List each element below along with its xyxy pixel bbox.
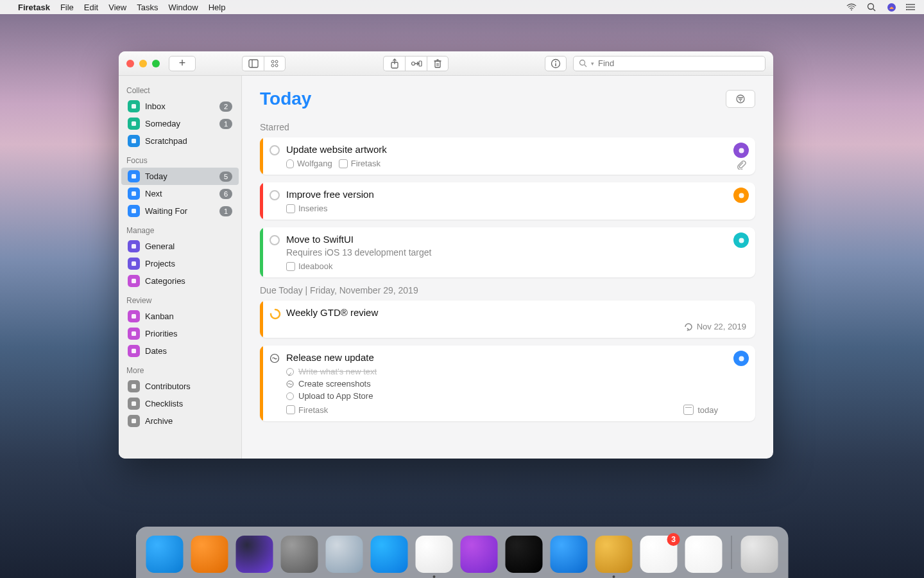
svg-rect-20 (419, 61, 422, 66)
dock-app-podcasts[interactable] (461, 536, 498, 573)
subtask-list: Write what's new textCreate screenshotsU… (286, 367, 718, 401)
dock-app-launchpad[interactable] (326, 536, 363, 573)
dock-app-finder[interactable] (146, 536, 184, 573)
svg-rect-38 (132, 261, 136, 266)
task-checkbox[interactable] (270, 235, 280, 245)
svg-point-51 (739, 193, 744, 198)
delete-button[interactable] (427, 56, 449, 71)
sidebar-item-projects[interactable]: Projects (121, 255, 239, 272)
svg-rect-33 (132, 139, 136, 143)
search-input[interactable] (598, 58, 760, 68)
menu-edit[interactable]: Edit (84, 3, 98, 12)
sidebar-item-label: Today (145, 171, 214, 181)
control-center-icon[interactable] (886, 2, 896, 12)
person-icon (286, 159, 294, 168)
dock-app-appstore[interactable] (371, 536, 408, 573)
view-switch-group (242, 56, 286, 71)
sidebar-item-kanban[interactable]: Kanban (121, 308, 239, 325)
svg-rect-44 (132, 401, 136, 406)
task-assignee: Wolfgang (297, 159, 332, 168)
move-button[interactable] (405, 56, 427, 71)
task-card[interactable]: Improve free versionInseries (260, 182, 755, 220)
repeat-icon (683, 322, 693, 331)
subtask-checkbox[interactable] (286, 380, 294, 388)
chevron-down-icon: ▾ (591, 60, 594, 67)
notification-center-icon[interactable] (906, 2, 916, 12)
subtask[interactable]: Upload to App Store (286, 391, 718, 401)
dock-app-mail[interactable] (595, 536, 633, 573)
task-title: Improve free version (286, 189, 718, 200)
task-card[interactable]: Update website artworkWolfgangFiretask (260, 137, 755, 175)
sidebar-item-checklists[interactable]: Checklists (121, 395, 239, 412)
sidebar-item-archive[interactable]: Archive (121, 412, 239, 430)
sidebar-badge: 2 (219, 101, 232, 112)
menu-window[interactable]: Window (168, 3, 198, 12)
task-card[interactable]: Release new updateWrite what's new textC… (260, 346, 755, 421)
share-button[interactable] (383, 56, 405, 71)
sidebar-item-today[interactable]: Today5 (121, 168, 239, 185)
subtask-checkbox[interactable] (286, 392, 294, 400)
dock-app-home[interactable] (191, 536, 228, 573)
task-checkbox[interactable] (270, 353, 280, 363)
attachment-icon[interactable] (736, 159, 746, 170)
zoom-button[interactable] (152, 60, 160, 67)
sidebar-icon (128, 345, 140, 357)
svg-point-12 (271, 60, 274, 63)
menu-view[interactable]: View (108, 3, 126, 12)
grid-view-button[interactable] (264, 56, 286, 71)
svg-point-8 (906, 6, 907, 8)
subtask-title: Create screenshots (298, 379, 371, 389)
menu-file[interactable]: File (60, 3, 74, 12)
sidebar-toggle-button[interactable] (242, 56, 264, 71)
minimize-button[interactable] (139, 60, 147, 67)
dock-app-settings[interactable] (281, 536, 318, 573)
add-task-button[interactable]: + (169, 56, 196, 71)
dock-app-photos[interactable] (685, 536, 723, 573)
subtask[interactable]: Create screenshots (286, 379, 718, 389)
sidebar-item-scratchpad[interactable]: Scratchpad (121, 132, 239, 150)
dock-app-tv[interactable] (506, 536, 543, 573)
sidebar-item-waiting-for[interactable]: Waiting For1 (121, 202, 239, 220)
sidebar-item-inbox[interactable]: Inbox2 (121, 98, 239, 115)
svg-rect-35 (132, 191, 136, 196)
menu-tasks[interactable]: Tasks (137, 3, 158, 12)
task-checkbox[interactable] (270, 145, 280, 155)
sidebar-item-priorities[interactable]: Priorities (121, 325, 239, 342)
task-title: Move to SwiftUI (286, 234, 718, 245)
sidebar-item-next[interactable]: Next6 (121, 185, 239, 202)
task-card[interactable]: Move to SwiftUIRequires iOS 13 developme… (260, 227, 755, 277)
search-field[interactable]: ▾ (573, 56, 766, 71)
project-icon (339, 159, 348, 168)
menu-help[interactable]: Help (209, 3, 226, 12)
spotlight-icon[interactable] (866, 2, 877, 12)
sidebar-item-general[interactable]: General (121, 238, 239, 255)
close-button[interactable] (126, 60, 134, 67)
task-checkbox[interactable] (270, 308, 280, 319)
page-title: Today (260, 89, 311, 109)
svg-point-18 (411, 62, 415, 65)
traffic-lights (126, 60, 160, 67)
sidebar-item-contributors[interactable]: Contributors (121, 378, 239, 395)
dock-app-music[interactable] (416, 536, 453, 573)
info-button[interactable] (545, 56, 567, 71)
sidebar-item-label: Someday (145, 119, 214, 128)
sidebar-item-someday[interactable]: Someday1 (121, 115, 239, 132)
dock-app-siri[interactable] (236, 536, 273, 573)
task-title: Update website artwork (286, 144, 718, 155)
subtask-checkbox[interactable] (286, 368, 294, 376)
app-name[interactable]: Firetask (18, 3, 50, 12)
wifi-icon[interactable] (846, 2, 857, 12)
sidebar-item-dates[interactable]: Dates (121, 342, 239, 360)
task-checkbox[interactable] (270, 190, 280, 200)
sidebar-item-categories[interactable]: Categories (121, 272, 239, 290)
filter-button[interactable] (726, 90, 755, 108)
sidebar-item-label: General (145, 241, 232, 251)
dock-app-safari[interactable] (551, 536, 588, 573)
dock-trash[interactable] (741, 536, 778, 573)
dock-app-firetask[interactable]: 3 (640, 536, 678, 573)
dock: 3 (136, 527, 789, 578)
task-card[interactable]: Weekly GTD® reviewNov 22, 2019 (260, 301, 755, 338)
category-badge-icon (733, 351, 749, 366)
search-icon (579, 59, 587, 67)
subtask[interactable]: Write what's new text (286, 367, 718, 376)
